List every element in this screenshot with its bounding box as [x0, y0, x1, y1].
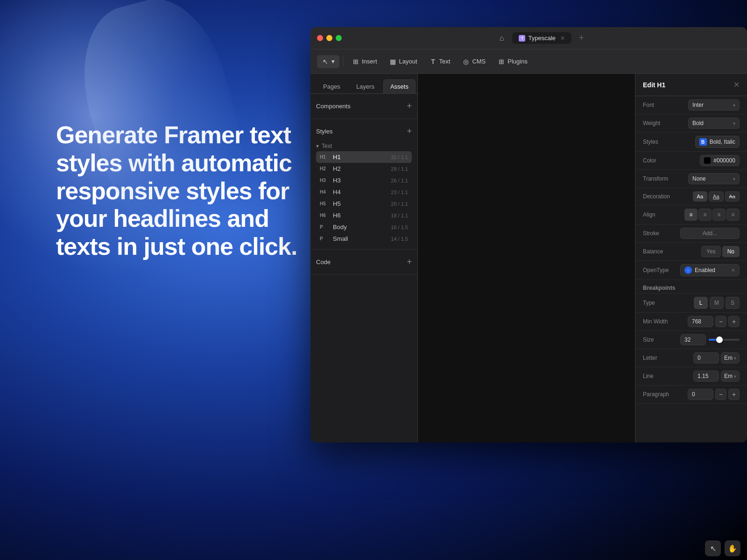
min-width-input[interactable]: 768 — [688, 316, 713, 327]
tab-layers[interactable]: Layers — [349, 79, 381, 93]
style-item-left: H6 H6 — [320, 212, 341, 219]
min-width-decrement[interactable]: − — [715, 316, 726, 327]
paragraph-increment[interactable]: + — [728, 389, 740, 400]
text-icon: T — [430, 58, 437, 65]
style-item-left: P Small — [320, 235, 348, 242]
slider-thumb[interactable] — [716, 336, 723, 343]
style-size: 23 / 1.1 — [391, 189, 408, 195]
size-slider[interactable] — [709, 339, 740, 341]
font-label: Font — [643, 102, 680, 108]
align-label: Align — [643, 211, 680, 218]
code-add-button[interactable]: + — [407, 257, 412, 267]
weight-select-arrow: ▾ — [733, 121, 735, 126]
text-group-header[interactable]: ▾ Text — [316, 141, 412, 151]
components-header[interactable]: Components + — [316, 98, 412, 114]
paragraph-decrement[interactable]: − — [715, 389, 726, 400]
stroke-add-button[interactable]: Add... — [680, 228, 740, 239]
align-justify-btn[interactable]: ≡ — [726, 209, 740, 221]
opentype-label: OpenType — [643, 267, 680, 273]
breakpoint-type-label: Type — [643, 300, 680, 306]
style-item-body[interactable]: P Body 16 / 1.5 — [316, 221, 412, 233]
transform-select[interactable]: None ▾ — [688, 173, 740, 184]
style-item-h2[interactable]: H2 H2 29 / 1.1 — [316, 163, 412, 175]
styles-badge[interactable]: B Bold, Italic — [695, 136, 740, 148]
style-item-left: H1 H1 — [320, 154, 341, 161]
tab-close-button[interactable]: ✕ — [560, 35, 565, 42]
font-select[interactable]: Inter ▾ — [688, 99, 740, 111]
cms-button[interactable]: ◎ CMS — [458, 55, 490, 68]
letter-input[interactable]: 0 — [693, 352, 719, 364]
style-item-h4[interactable]: H4 H4 23 / 1.1 — [316, 186, 412, 198]
style-item-h1[interactable]: H1 H1 32 / 1.1 — [316, 151, 412, 163]
letter-row: Letter 0 Em ▾ — [635, 349, 747, 367]
components-label: Components — [316, 103, 351, 110]
styles-section: Styles + ▾ Text H1 H1 32 / 1.1 H2 H2 — [310, 119, 417, 250]
close-traffic-light[interactable] — [317, 35, 323, 41]
cursor-tool-button[interactable]: ↖ ▾ — [317, 55, 339, 68]
align-left-btn[interactable]: ≡ — [684, 209, 698, 221]
toolbar-separator-1 — [343, 56, 344, 67]
add-tab-button[interactable]: + — [575, 33, 588, 43]
decoration-strikethrough-btn[interactable]: Aa — [725, 191, 740, 202]
breakpoint-m-btn[interactable]: M — [710, 297, 724, 309]
style-item-small[interactable]: P Small 14 / 1.5 — [316, 233, 412, 245]
app-tab[interactable]: T Typescale ✕ — [512, 32, 571, 44]
layout-label: Layout — [399, 58, 417, 65]
color-swatch[interactable]: #000000 — [700, 155, 740, 166]
plugins-button[interactable]: ⊞ Plugins — [493, 55, 532, 68]
components-add-button[interactable]: + — [407, 101, 412, 111]
maximize-traffic-light[interactable] — [336, 35, 342, 41]
style-size: 32 / 1.1 — [391, 154, 408, 160]
insert-button[interactable]: ⊞ Insert — [347, 55, 382, 68]
breakpoint-s-btn[interactable]: S — [726, 297, 740, 309]
align-center-btn[interactable]: ≡ — [698, 209, 712, 221]
style-name: H4 — [333, 189, 341, 196]
align-btn-group: ≡ ≡ ≡ ≡ — [684, 209, 740, 221]
style-item-h6[interactable]: H6 H6 18 / 1.1 — [316, 210, 412, 221]
decoration-label: Decoration — [643, 193, 680, 200]
balance-yes-btn[interactable]: Yes — [701, 246, 721, 257]
text-label: Text — [439, 58, 451, 65]
components-section: Components + — [310, 94, 417, 119]
style-item-h3[interactable]: H3 H3 26 / 1.1 — [316, 175, 412, 186]
text-button[interactable]: T Text — [425, 55, 455, 68]
line-unit-value: Em — [724, 373, 733, 379]
edit-panel-close-button[interactable]: ✕ — [733, 80, 740, 89]
styles-header[interactable]: Styles + — [316, 124, 412, 139]
style-tag: P — [320, 236, 329, 241]
balance-no-btn[interactable]: No — [722, 246, 740, 257]
letter-unit-value: Em — [724, 355, 733, 361]
minimize-traffic-light[interactable] — [326, 35, 332, 41]
tab-assets[interactable]: Assets — [383, 79, 416, 93]
min-width-increment[interactable]: + — [728, 316, 740, 327]
transform-label: Transform — [643, 175, 680, 182]
styles-add-button[interactable]: + — [407, 126, 412, 136]
letter-unit-select[interactable]: Em ▾ — [721, 352, 740, 364]
size-input[interactable]: 32 — [680, 334, 706, 345]
decoration-row: Decoration Aa Aa Aa — [635, 188, 747, 205]
decoration-control: Aa Aa Aa — [680, 191, 740, 202]
code-header[interactable]: Code + — [316, 254, 412, 270]
hand-bottom-btn[interactable]: ✋ — [725, 540, 740, 556]
weight-select[interactable]: Bold ▾ — [688, 118, 740, 129]
canvas-area[interactable] — [418, 74, 635, 442]
decoration-underline-btn[interactable]: Aa — [709, 191, 723, 202]
breakpoint-l-btn[interactable]: L — [694, 297, 708, 309]
min-width-row: Min Width 768 − + — [635, 313, 747, 331]
layout-button[interactable]: ▦ Layout — [385, 55, 422, 68]
paragraph-input[interactable]: 0 — [688, 389, 713, 400]
tab-pages[interactable]: Pages — [316, 79, 347, 93]
line-input[interactable]: 1.15 — [693, 371, 719, 382]
cursor-bottom-btn[interactable]: ↖ — [705, 540, 721, 556]
opentype-remove-button[interactable]: ✕ — [731, 267, 735, 273]
paragraph-row: Paragraph 0 − + — [635, 385, 747, 404]
font-control: Inter ▾ — [680, 99, 740, 111]
style-item-h5[interactable]: H5 H5 20 / 1.1 — [316, 198, 412, 210]
size-row: Size 32 — [635, 331, 747, 349]
decoration-normal-btn[interactable]: Aa — [693, 191, 707, 202]
align-right-btn[interactable]: ≡ — [712, 209, 726, 221]
line-unit-select[interactable]: Em ▾ — [721, 371, 740, 382]
home-button[interactable]: ⌂ — [494, 31, 508, 45]
traffic-lights — [317, 35, 342, 41]
stroke-control: Add... — [680, 228, 740, 239]
